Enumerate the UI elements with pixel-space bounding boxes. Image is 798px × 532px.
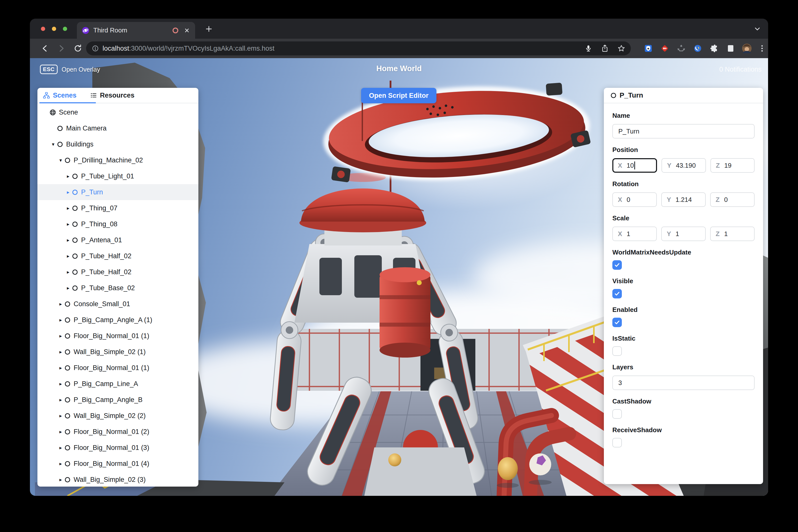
browser-menu-icon[interactable] xyxy=(758,44,766,53)
close-window-button[interactable] xyxy=(41,27,45,31)
minimize-window-button[interactable] xyxy=(52,27,56,31)
blue-circle-extension-icon[interactable] xyxy=(693,44,702,53)
caret-right-icon[interactable]: ▸ xyxy=(57,365,64,371)
caret-right-icon[interactable]: ▸ xyxy=(64,285,72,291)
scale-y-input[interactable]: Y 1 xyxy=(661,227,706,241)
red-diamond-extension-icon[interactable] xyxy=(660,44,669,53)
caret-right-icon[interactable]: ▸ xyxy=(57,413,64,419)
tree-item-P_Antena_01-8[interactable]: ▸P_Antena_01 xyxy=(37,232,198,248)
receiveshadow-checkbox[interactable] xyxy=(612,438,622,448)
caret-right-icon[interactable]: ▸ xyxy=(57,301,64,307)
world-3d-viewport[interactable]: ESC Open Overlay Home World 0 Notificati… xyxy=(30,58,768,496)
caret-right-icon[interactable]: ▸ xyxy=(57,333,64,339)
caret-right-icon[interactable]: ▸ xyxy=(64,269,72,275)
tree-item-label: Floor_Big_Normal_01 (3) xyxy=(74,444,149,452)
isstatic-checkbox[interactable] xyxy=(612,346,622,356)
tree-item-Buildings-2[interactable]: ▾Buildings xyxy=(37,136,198,152)
browser-tab-third-room[interactable]: Third Room xyxy=(77,22,195,39)
node-circle-icon xyxy=(65,334,70,339)
caret-right-icon[interactable]: ▸ xyxy=(57,349,64,355)
url-bar[interactable]: localhost:3000/world/!vjrzmTVOcyIsLgaAkA… xyxy=(86,41,631,55)
visible-checkbox[interactable] xyxy=(612,289,622,299)
tree-item-Wall_Big_Simple_02_2_-19[interactable]: ▸Wall_Big_Simple_02 (2) xyxy=(37,408,198,424)
layers-input[interactable]: 3 xyxy=(612,376,755,390)
tab-scenes[interactable]: Scenes xyxy=(43,92,77,99)
tree-item-P_Big_Camp_Line_A-17[interactable]: ▸P_Big_Camp_Line_A xyxy=(37,376,198,392)
position-y-input[interactable]: Y 43.190 xyxy=(662,158,706,173)
tree-item-P_Tube_Half_02-9[interactable]: ▸P_Tube_Half_02 xyxy=(37,248,198,264)
caret-right-icon[interactable]: ▸ xyxy=(57,445,64,451)
notifications-status[interactable]: 0 Notifications xyxy=(719,65,762,73)
caret-right-icon[interactable]: ▸ xyxy=(57,429,64,435)
tree-item-Console_Small_01-12[interactable]: ▸Console_Small_01 xyxy=(37,296,198,312)
caret-down-icon[interactable]: ▾ xyxy=(57,157,64,163)
bookmark-star-icon[interactable] xyxy=(618,44,625,52)
tree-item-P_Big_Camp_Angle_A_1_-13[interactable]: ▸P_Big_Camp_Angle_A (1) xyxy=(37,312,198,328)
tree-item-Floor_Big_Normal_01_1_-16[interactable]: ▸Floor_Big_Normal_01 (1) xyxy=(37,360,198,376)
caret-right-icon[interactable]: ▸ xyxy=(64,253,72,259)
tree-item-P_Drilling_Machine_02-3[interactable]: ▾P_Drilling_Machine_02 xyxy=(37,152,198,168)
scale-x-input[interactable]: X 1 xyxy=(612,227,657,241)
recycle-extension-icon[interactable] xyxy=(677,44,686,53)
fullscreen-window-button[interactable] xyxy=(63,27,67,31)
open-script-editor-button[interactable]: Open Script Editor xyxy=(361,88,436,103)
caret-right-icon[interactable]: ▸ xyxy=(57,477,64,482)
caret-right-icon[interactable]: ▸ xyxy=(64,189,72,195)
side-panel-icon[interactable] xyxy=(726,44,735,53)
forward-button[interactable] xyxy=(56,43,66,53)
node-circle-icon xyxy=(72,253,78,259)
rotation-y-input[interactable]: Y 1.214 xyxy=(661,192,706,207)
enabled-checkbox[interactable] xyxy=(612,318,622,327)
tree-item-Floor_Big_Normal_01_3_-21[interactable]: ▸Floor_Big_Normal_01 (3) xyxy=(37,440,198,456)
back-button[interactable] xyxy=(40,43,50,53)
tree-item-label: Console_Small_01 xyxy=(74,300,130,308)
caret-down-icon[interactable]: ▾ xyxy=(50,141,57,147)
tree-item-Floor_Big_Normal_01_2_-20[interactable]: ▸Floor_Big_Normal_01 (2) xyxy=(37,424,198,440)
tab-search-chevron-icon[interactable] xyxy=(754,25,761,33)
tree-item-label: Floor_Big_Normal_01 (1) xyxy=(74,364,149,372)
tree-item-Wall_Big_Simple_02_3_-23[interactable]: ▸Wall_Big_Simple_02 (3) xyxy=(37,472,198,487)
tree-item-Wall_Big_Simple_02_1_-15[interactable]: ▸Wall_Big_Simple_02 (1) xyxy=(37,344,198,360)
scale-z-input[interactable]: Z 1 xyxy=(710,227,755,241)
rotation-x-input[interactable]: X 0 xyxy=(612,192,657,207)
tree-item-P_Thing_07-6[interactable]: ▸P_Thing_07 xyxy=(37,200,198,216)
reload-button[interactable] xyxy=(73,43,83,53)
isstatic-label: IsStatic xyxy=(612,335,755,342)
name-input[interactable]: P_Turn xyxy=(612,124,755,138)
caret-right-icon[interactable]: ▸ xyxy=(64,205,72,211)
profile-avatar[interactable] xyxy=(742,43,752,54)
tree-item-P_Tube_Half_02-10[interactable]: ▸P_Tube_Half_02 xyxy=(37,264,198,280)
caret-right-icon[interactable]: ▸ xyxy=(57,381,64,387)
tab-close-icon[interactable] xyxy=(184,27,190,34)
tree-item-P_Big_Camp_Angle_B-18[interactable]: ▸P_Big_Camp_Angle_B xyxy=(37,392,198,408)
site-info-icon[interactable] xyxy=(92,45,99,52)
caret-right-icon[interactable]: ▸ xyxy=(64,221,72,227)
worldmatrixneedsupdate-checkbox[interactable] xyxy=(612,260,622,270)
position-z-input[interactable]: Z 19 xyxy=(710,158,755,173)
tree-item-Scene-0[interactable]: Scene xyxy=(37,104,198,120)
share-icon[interactable] xyxy=(601,44,609,52)
tree-item-Floor_Big_Normal_01_1_-14[interactable]: ▸Floor_Big_Normal_01 (1) xyxy=(37,328,198,344)
position-x-input[interactable]: X 10 xyxy=(612,158,657,173)
caret-right-icon[interactable]: ▸ xyxy=(57,397,64,403)
tree-item-label: P_Big_Camp_Angle_A (1) xyxy=(74,316,152,324)
tab-resources[interactable]: Resources xyxy=(90,92,134,99)
tree-item-label: Scene xyxy=(59,109,78,116)
tree-item-P_Thing_08-7[interactable]: ▸P_Thing_08 xyxy=(37,216,198,232)
microphone-icon[interactable] xyxy=(584,44,592,52)
castshadow-checkbox[interactable] xyxy=(612,409,622,419)
extensions-puzzle-icon[interactable] xyxy=(710,44,719,53)
new-tab-button[interactable] xyxy=(205,25,213,33)
tree-item-label: P_Turn xyxy=(81,188,103,196)
caret-right-icon[interactable]: ▸ xyxy=(64,237,72,243)
password-manager-extension-icon[interactable] xyxy=(644,44,653,53)
tree-item-P_Tube_Base_02-11[interactable]: ▸P_Tube_Base_02 xyxy=(37,280,198,296)
tree-item-P_Tube_Light_01-4[interactable]: ▸P_Tube_Light_01 xyxy=(37,168,198,184)
tree-item-Main_Camera-1[interactable]: Main Camera xyxy=(37,120,198,136)
caret-right-icon[interactable]: ▸ xyxy=(57,317,64,323)
tree-item-P_Turn-5[interactable]: ▸P_Turn xyxy=(37,184,198,200)
caret-right-icon[interactable]: ▸ xyxy=(57,461,64,467)
caret-right-icon[interactable]: ▸ xyxy=(64,173,72,179)
rotation-z-input[interactable]: Z 0 xyxy=(710,192,755,207)
tree-item-Floor_Big_Normal_01_4_-22[interactable]: ▸Floor_Big_Normal_01 (4) xyxy=(37,456,198,472)
